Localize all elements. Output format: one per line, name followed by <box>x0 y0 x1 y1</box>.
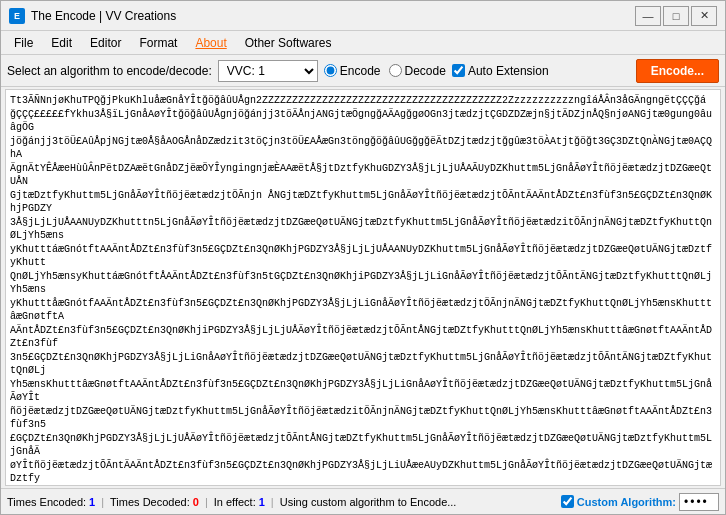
in-effect-item: In effect: 1 <box>214 496 265 508</box>
menu-bar: File Edit Editor Format About Other Soft… <box>1 31 725 55</box>
custom-algo-checkbox[interactable] <box>561 495 574 508</box>
custom-algo-label[interactable]: Custom Algorithm: <box>561 493 719 511</box>
app-icon: E <box>9 8 25 24</box>
times-decoded-item: Times Decoded: 0 <box>110 496 199 508</box>
menu-edit[interactable]: Edit <box>42 33 81 53</box>
select-algo-label: Select an algorithm to encode/decode: <box>7 64 212 78</box>
times-decoded-value: 0 <box>193 496 199 508</box>
separator2: | <box>205 496 208 508</box>
window-controls: — □ ✕ <box>635 6 717 26</box>
custom-algo-password-field[interactable] <box>679 493 719 511</box>
main-window: E The Encode | VV Creations — □ ✕ File E… <box>0 0 726 515</box>
maximize-button[interactable]: □ <box>663 6 689 26</box>
auto-extension-checkbox-label[interactable]: Auto Extension <box>452 64 549 78</box>
minimize-button[interactable]: — <box>635 6 661 26</box>
decode-radio[interactable] <box>389 64 402 77</box>
status-bar: Times Encoded: 1 | Times Decoded: 0 | In… <box>1 488 725 514</box>
separator3: | <box>271 496 274 508</box>
toolbar: Select an algorithm to encode/decode: VV… <box>1 55 725 87</box>
auto-extension-checkbox[interactable] <box>452 64 465 77</box>
times-encoded-item: Times Encoded: 1 <box>7 496 95 508</box>
menu-about[interactable]: About <box>186 33 235 53</box>
in-effect-value: 1 <box>259 496 265 508</box>
times-encoded-value: 1 <box>89 496 95 508</box>
times-encoded-label: Times Encoded: <box>7 496 86 508</box>
algorithm-select[interactable]: VVC: 1 <box>218 60 318 82</box>
encode-radio-label[interactable]: Encode <box>324 64 381 78</box>
window-title: The Encode | VV Creations <box>31 9 635 23</box>
menu-format[interactable]: Format <box>130 33 186 53</box>
title-bar: E The Encode | VV Creations — □ ✕ <box>1 1 725 31</box>
encode-radio[interactable] <box>324 64 337 77</box>
encoded-text-display: Tt3ÃÑNnjøKhuTPQğjPkuKhluåæGnåYÎtğöğâûUÅg… <box>8 92 718 483</box>
times-decoded-label: Times Decoded: <box>110 496 190 508</box>
menu-editor[interactable]: Editor <box>81 33 130 53</box>
separator1: | <box>101 496 104 508</box>
using-label: Using custom algorithm to Encode... <box>280 496 457 508</box>
close-button[interactable]: ✕ <box>691 6 717 26</box>
decode-radio-label[interactable]: Decode <box>389 64 446 78</box>
in-effect-label: In effect: <box>214 496 256 508</box>
encode-button[interactable]: Encode... <box>636 59 719 83</box>
menu-file[interactable]: File <box>5 33 42 53</box>
custom-algo-text: Custom Algorithm: <box>577 496 676 508</box>
menu-other-softwares[interactable]: Other Softwares <box>236 33 341 53</box>
content-area: Tt3ÃÑNnjøKhuTPQğjPkuKhluåæGnåYÎtğöğâûUÅg… <box>5 89 721 486</box>
using-label-item: Using custom algorithm to Encode... <box>280 496 457 508</box>
encode-decode-radio-group: Encode Decode <box>324 64 446 78</box>
